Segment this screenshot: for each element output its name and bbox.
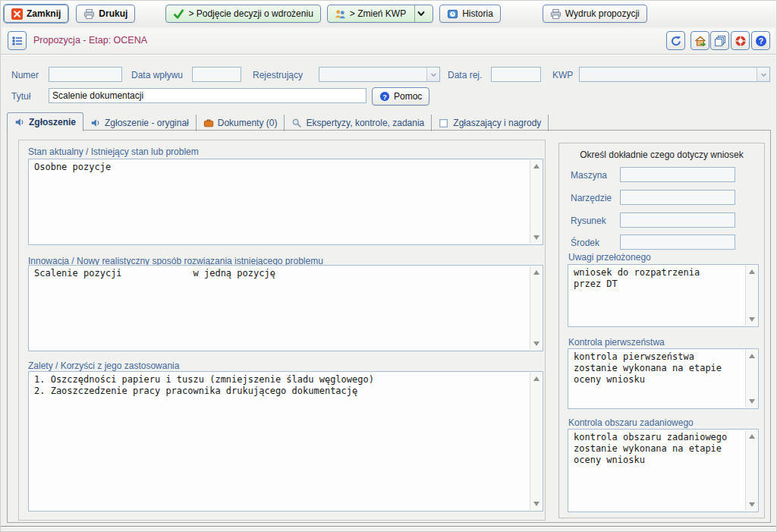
narzedzie-input[interactable]: [620, 190, 735, 205]
kontrola-obszaru-textarea[interactable]: kontrola obszaru zadaniowego zostanie wy…: [568, 429, 759, 512]
data-rej-input[interactable]: [491, 67, 541, 82]
support-button[interactable]: [731, 31, 750, 50]
scroll-up-icon[interactable]: [533, 164, 539, 168]
tab-bar: Zgłoszenie Zgłoszenie - oryginał Dokumen…: [7, 112, 549, 131]
list-view-button[interactable]: [8, 31, 27, 50]
svg-text:?: ?: [758, 36, 763, 46]
close-button[interactable]: Zamknij: [4, 5, 68, 23]
tytul-label: Tytuł: [11, 91, 30, 102]
side-panel-heading: Określ dokładnie czego dotyczy wniosek: [559, 150, 764, 160]
srodek-label: Środek: [571, 238, 599, 248]
folder-icon: [203, 118, 214, 128]
rysunek-input[interactable]: [620, 212, 735, 228]
side-panel: Określ dokładnie czego dotyczy wniosek M…: [558, 143, 765, 518]
scrollbar[interactable]: [745, 350, 757, 408]
srodek-input[interactable]: [620, 235, 735, 250]
scroll-down-icon[interactable]: [533, 502, 539, 506]
rysunek-label: Rysunek: [571, 216, 606, 226]
scrollbar[interactable]: [530, 266, 542, 350]
tab-zgloszenie-oryginal[interactable]: Zgłoszenie - oryginał: [83, 115, 197, 131]
close-button-label: Zamknij: [27, 8, 61, 19]
main-toolbar: Zamknij Drukuj > Podjęcie decyzji o wdro…: [1, 1, 776, 27]
tab-ekspertyzy[interactable]: Ekspertyzy, kontrole, zadania: [285, 115, 432, 131]
history-button-label: Historia: [462, 8, 493, 19]
maszyna-label: Maszyna: [571, 170, 607, 181]
people-icon: [335, 8, 346, 20]
title-bar: Propozycja - Etap: OCENA ?: [2, 28, 775, 53]
tab-dokumenty[interactable]: Dokumenty (0): [197, 115, 285, 131]
innowacja-textarea[interactable]: Scalenie pozycji w jedną pozycję: [28, 265, 543, 351]
stan-aktualny-label: Stan aktualny / Istniejący stan lub prob…: [28, 146, 199, 157]
tab-zgloszenie[interactable]: Zgłoszenie: [7, 112, 83, 131]
copy-button[interactable]: [710, 31, 729, 50]
lifebuoy-icon: [735, 35, 747, 47]
svg-text:?: ?: [382, 93, 387, 101]
zalety-textarea[interactable]: 1. Oszczędności papieru i tuszu (zmniejs…: [28, 371, 543, 512]
scroll-down-icon[interactable]: [533, 342, 539, 346]
checkbox-icon: [439, 118, 449, 128]
print-proposal-button[interactable]: Wydruk propozycji: [543, 5, 647, 23]
application-window: Zamknij Drukuj > Podjęcie decyzji o wdro…: [0, 0, 777, 532]
scroll-up-icon[interactable]: [749, 354, 755, 358]
scroll-down-icon[interactable]: [749, 317, 755, 322]
decision-button[interactable]: > Podjęcie decyzji o wdrożeniu: [165, 5, 320, 23]
print-icon: [550, 8, 562, 20]
tab-zglaszajacy[interactable]: Zgłaszający i nagrody: [432, 115, 549, 131]
separator: [1, 54, 776, 55]
home-button[interactable]: [690, 31, 709, 50]
kontrola-pierwszenstwa-label: Kontrola pierwszeństwa: [568, 337, 665, 348]
scrollbar[interactable]: [530, 160, 542, 244]
chevron-down-icon[interactable]: [757, 68, 769, 81]
numer-input[interactable]: [49, 67, 122, 82]
bottom-divider: [1, 526, 776, 527]
tab-label: Dokumenty (0): [218, 118, 278, 128]
pomoc-button[interactable]: ? Pomoc: [372, 87, 429, 105]
decision-button-label: > Podjęcie decyzji o wdrożeniu: [188, 8, 313, 19]
chevron-down-icon[interactable]: [426, 68, 439, 81]
scroll-up-icon[interactable]: [749, 269, 755, 274]
page-title: Propozycja - Etap: OCENA: [33, 35, 147, 46]
change-kwp-button[interactable]: > Zmień KWP: [327, 5, 433, 23]
rejestrujacy-select[interactable]: [319, 67, 440, 82]
rejestrujacy-label: Rejestrujący: [253, 70, 303, 80]
uwagi-label: Uwagi przełożonego: [568, 252, 651, 263]
uwagi-text: wniosek do rozpatrzenia przez DT: [574, 267, 741, 324]
scroll-up-icon[interactable]: [749, 434, 755, 439]
tab-label: Ekspertyzy, kontrole, zadania: [306, 118, 424, 128]
scroll-down-icon[interactable]: [749, 502, 755, 507]
tytul-input[interactable]: [49, 88, 366, 103]
print-button[interactable]: Drukuj: [76, 5, 135, 23]
data-wplywu-input[interactable]: [192, 67, 241, 82]
history-button[interactable]: Historia: [439, 5, 501, 23]
tab-label: Zgłoszenie: [29, 117, 76, 127]
scrollbar[interactable]: [745, 430, 757, 511]
dropdown-separator: [414, 5, 415, 22]
refresh-button[interactable]: [666, 31, 685, 50]
chevron-down-icon[interactable]: [417, 10, 426, 17]
kwp-select[interactable]: [579, 67, 770, 82]
print-proposal-button-label: Wydruk propozycji: [565, 8, 640, 19]
scrollbar[interactable]: [745, 266, 757, 326]
innowacja-text: Scalenie pozycji w jedną pozycję: [34, 268, 525, 348]
numer-label: Numer: [11, 70, 39, 80]
kontrola-obszaru-text: kontrola obszaru zadaniowego zostanie wy…: [574, 432, 741, 509]
scroll-down-icon[interactable]: [533, 235, 539, 240]
scroll-up-icon[interactable]: [533, 270, 539, 275]
kontrola-pierwszenstwa-text: kontrola pierwszeństwa zostanie wykonana…: [574, 351, 741, 406]
home-icon: [694, 35, 706, 47]
scrollbar[interactable]: [530, 373, 542, 510]
stan-aktualny-text: Osobne pozycje: [34, 162, 525, 242]
history-icon: [447, 8, 458, 20]
maszyna-input[interactable]: [620, 167, 735, 182]
scroll-up-icon[interactable]: [533, 376, 539, 381]
narzedzie-label: Narzędzie: [571, 193, 612, 203]
refresh-icon: [670, 35, 682, 47]
zalety-text: 1. Oszczędności papieru i tuszu (zmniejs…: [34, 374, 525, 508]
scroll-down-icon[interactable]: [749, 399, 755, 404]
stan-aktualny-textarea[interactable]: Osobne pozycje: [28, 159, 543, 245]
kontrola-pierwszenstwa-textarea[interactable]: kontrola pierwszeństwa zostanie wykonana…: [568, 348, 759, 409]
tab-label: Zgłaszający i nagrody: [453, 118, 541, 128]
print-button-label: Drukuj: [99, 8, 127, 19]
help-button[interactable]: ?: [751, 31, 770, 50]
uwagi-textarea[interactable]: wniosek do rozpatrzenia przez DT: [568, 264, 759, 327]
